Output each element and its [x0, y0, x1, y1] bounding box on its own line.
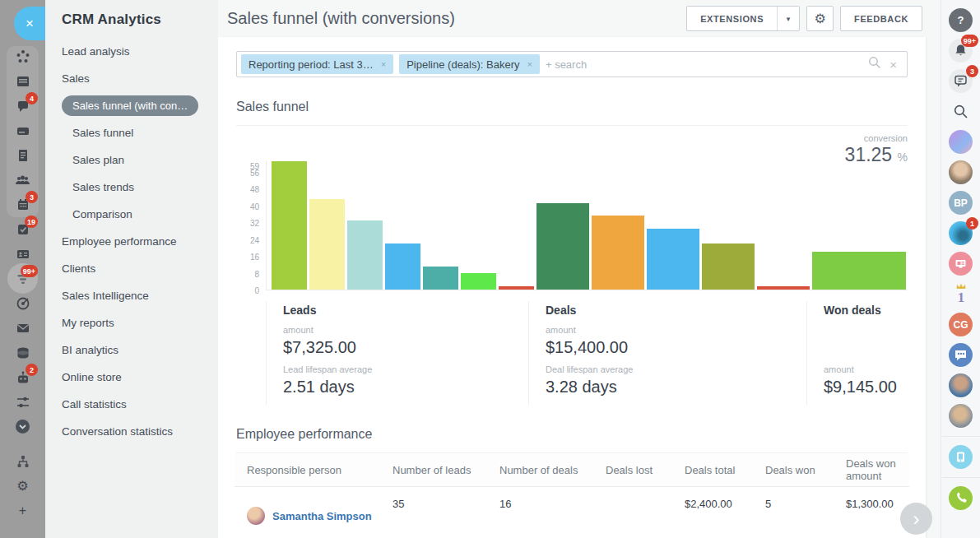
sliders-icon[interactable]	[15, 394, 30, 410]
crm-funnel-icon[interactable]: 99+	[15, 271, 30, 286]
stat-group-won-deals: Won dealsamount$9,145.00	[806, 301, 908, 405]
drive-icon[interactable]	[15, 123, 30, 138]
table-cell	[606, 487, 685, 498]
menu-item[interactable]: Sales plan	[62, 146, 218, 174]
menu-close-button[interactable]: ×	[14, 7, 45, 40]
left-rail: × 4 3 19	[0, 0, 45, 538]
group-chat-icon[interactable]	[949, 343, 973, 367]
y-tick-label: 8	[236, 269, 259, 278]
funnel-bar[interactable]	[347, 220, 383, 290]
settings-gear-icon[interactable]: ⚙	[15, 478, 30, 494]
column-header: Number of deals	[499, 464, 606, 476]
filter-chip-reporting-period[interactable]: Reporting period: Last 3… ×	[241, 54, 393, 74]
menu-item[interactable]: Sales	[62, 65, 218, 92]
funnel-bar[interactable]	[647, 229, 699, 290]
rail-divider	[942, 436, 980, 437]
funnel-bar[interactable]	[702, 243, 755, 290]
connected-devices-icon[interactable]	[949, 445, 973, 469]
search-icon[interactable]	[868, 56, 881, 72]
avatar[interactable]	[949, 130, 973, 154]
calendar-badge: 3	[26, 191, 38, 203]
avatar[interactable]	[949, 373, 973, 397]
stat-title: Leads	[283, 304, 528, 320]
menu-item[interactable]: Call statistics	[62, 391, 218, 418]
help-button[interactable]: ?	[949, 8, 973, 32]
settings-gear-button[interactable]: ⚙	[806, 6, 834, 31]
menu-item[interactable]: Sales funnel	[62, 119, 218, 146]
messenger-icon[interactable]: 4	[15, 98, 30, 114]
copilot-chat-icon[interactable]: 3	[949, 69, 973, 93]
add-plus-icon[interactable]: +	[15, 503, 30, 518]
chip-close-icon[interactable]: ×	[527, 59, 532, 69]
menu-list: Lead analysisSalesSales funnel (with con…	[62, 38, 218, 445]
more-apps-icon[interactable]	[15, 419, 30, 434]
calendar-icon[interactable]: 3	[15, 197, 30, 212]
funnel-bar[interactable]	[536, 203, 589, 290]
menu-item[interactable]: Sales trends	[62, 174, 218, 201]
sitemap-icon[interactable]	[15, 453, 30, 469]
pulse-icon[interactable]	[15, 49, 30, 64]
y-tick-label: 48	[236, 185, 259, 194]
menu-item[interactable]: Clients	[62, 255, 218, 282]
mail-icon[interactable]	[15, 320, 30, 336]
stack-icon[interactable]	[15, 345, 30, 360]
stat-value: $9,145.00	[824, 378, 908, 399]
feed-icon[interactable]	[15, 73, 30, 89]
extensions-caret-icon[interactable]: ▾	[777, 7, 799, 30]
avatar[interactable]	[949, 160, 973, 184]
funnel-bar[interactable]	[309, 199, 345, 290]
funnel-bar[interactable]	[272, 161, 307, 290]
top-actions: EXTENSIONS ▾ ⚙ FEEDBACK	[686, 6, 922, 31]
filter-search-input[interactable]: + search	[546, 58, 587, 71]
funnel-bar[interactable]	[499, 286, 534, 290]
employees-icon[interactable]	[15, 172, 30, 188]
document-icon[interactable]	[15, 147, 30, 163]
filter-chip-pipeline[interactable]: Pipeline (deals): Bakery ×	[399, 54, 540, 74]
chip-label: Reporting period: Last 3…	[248, 58, 374, 71]
avatar[interactable]: 1	[949, 221, 973, 245]
menu-item[interactable]: Comparison	[62, 201, 218, 228]
menu-item-selected[interactable]: Sales funnel (with con…	[62, 92, 218, 119]
notifications-bell-icon[interactable]: 99+	[949, 39, 973, 63]
search-sidebar-icon[interactable]	[949, 100, 973, 123]
funnel-bar[interactable]	[461, 273, 496, 290]
filter-clear-icon[interactable]: ×	[889, 58, 897, 72]
avatar-badge: 1	[966, 217, 978, 230]
copilot-badge: 3	[966, 65, 978, 77]
tasks-icon[interactable]: 19	[15, 221, 30, 237]
person-avatar[interactable]	[247, 507, 265, 525]
menu-title: CRM Analytics	[62, 12, 218, 28]
menu-item[interactable]: Conversation statistics	[62, 418, 218, 445]
contact-card-icon[interactable]	[15, 246, 30, 262]
bar-group-deals	[536, 161, 810, 290]
marketing-target-icon[interactable]	[15, 295, 30, 311]
sales-funnel-section-title: Sales funnel	[236, 100, 908, 114]
avatar[interactable]	[949, 404, 973, 428]
filter-bar[interactable]: Reporting period: Last 3… × Pipeline (de…	[236, 51, 908, 77]
funnel-bar[interactable]	[423, 267, 458, 290]
menu-item[interactable]: Employee performance	[62, 228, 218, 255]
person-name-link[interactable]: Samantha Simpson	[272, 510, 372, 522]
menu-item[interactable]: Lead analysis	[62, 38, 218, 65]
sales-funnel-chart: conversion 31.25 % 5956484032241680	[236, 126, 908, 292]
funnel-bar[interactable]	[592, 216, 644, 290]
automation-robot-icon[interactable]: 2	[15, 369, 30, 385]
funnel-bar[interactable]	[812, 252, 906, 290]
feedback-button[interactable]: FEEDBACK	[840, 6, 922, 31]
extensions-button[interactable]: EXTENSIONS	[687, 7, 777, 30]
menu-item[interactable]: Online store	[62, 364, 218, 391]
menu-item[interactable]: My reports	[62, 309, 218, 336]
column-header: Responsible person	[247, 464, 392, 476]
menu-item[interactable]: BI analytics	[62, 336, 218, 364]
funnel-bar[interactable]	[385, 243, 420, 290]
avatar-initials[interactable]: BP	[949, 191, 973, 215]
stat-label: Lead lifespan average	[283, 364, 528, 376]
avatar-initials[interactable]: CG	[949, 313, 973, 336]
rank-trophy-icon[interactable]: 1	[949, 282, 973, 306]
funnel-bar[interactable]	[757, 286, 810, 290]
chip-close-icon[interactable]: ×	[381, 59, 386, 69]
menu-item[interactable]: Sales Intelligence	[62, 282, 218, 309]
desktop-app-icon[interactable]	[949, 252, 973, 276]
telephony-phone-icon[interactable]	[949, 486, 973, 510]
table-scroll-next-button[interactable]: ›	[900, 503, 932, 535]
